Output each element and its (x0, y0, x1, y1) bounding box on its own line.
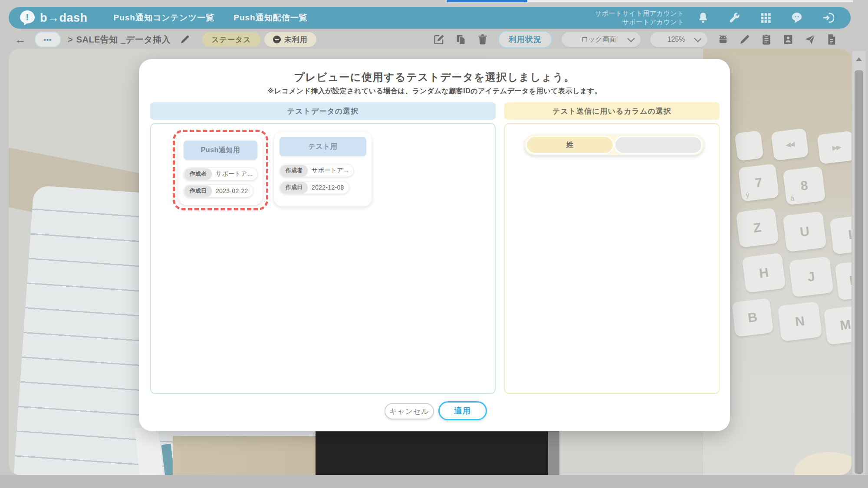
header-icon-group (697, 12, 839, 24)
status-value-text: 未利用 (284, 35, 308, 45)
zoom-level-value: 125% (657, 36, 695, 43)
keyboard-key-photo: N (777, 301, 822, 342)
modal-subtitle: ※レコメンド挿入が設定されている場合は、ランダムな顧客IDのアイテムデータを用い… (139, 87, 730, 96)
keyboard-key-photo: J (789, 256, 834, 298)
author-value: サポートア... (308, 165, 353, 176)
account-line2: サポートアカウント (595, 18, 684, 26)
trash-icon[interactable] (477, 33, 489, 46)
chat-mascot-icon[interactable] (791, 12, 803, 24)
author-label: 作成者 (280, 165, 308, 176)
column-panel-header: テスト送信に用いるカラムの選択 (504, 102, 720, 120)
test-data-panel: Push通知用 作成者 サポートア... 作成日 2023-02-22 テスト用 (150, 123, 496, 394)
header-right: サポートサイト用アカウント サポートアカウント (595, 9, 839, 27)
column-option-selected[interactable]: 姓 (526, 136, 614, 154)
logo-exclamation: ! (26, 12, 29, 23)
keyboard-key-photo: 8ä (783, 166, 825, 205)
header-nav: Push通知コンテンツ一覧 Push通知配信一覧 (114, 12, 308, 23)
app-header: ! b→dash Push通知コンテンツ一覧 Push通知配信一覧 サポートサイ… (9, 7, 851, 29)
clipboard-icon[interactable] (760, 33, 773, 46)
photo-phone-bezel (548, 431, 559, 475)
keyboard-key-photo: I (829, 215, 852, 255)
photo-wood-bottom (173, 436, 317, 475)
status-badge: ステータス (202, 32, 261, 47)
scrollbar-up-arrow[interactable] (856, 57, 862, 61)
edit-title-pencil-icon[interactable] (179, 34, 191, 45)
date-value: 2022-12-08 (308, 182, 349, 193)
card-title: Push通知用 (184, 141, 257, 160)
keyboard-key-photo: B (731, 298, 773, 337)
photo-page-edge (135, 426, 163, 475)
id-card-icon[interactable] (782, 33, 794, 46)
column-option-empty[interactable] (614, 136, 703, 154)
logo-wordmark: b→dash (40, 11, 88, 25)
date-label: 作成日 (184, 185, 212, 197)
account-line1: サポートサイト用アカウント (595, 9, 684, 18)
card-date-row: 作成日 2022-12-08 (279, 181, 349, 194)
bell-icon[interactable] (697, 12, 709, 24)
apply-button[interactable]: 適用 (438, 401, 487, 420)
breadcrumb: SALE告知 _データ挿入 (76, 34, 171, 46)
card-date-row: 作成日 2023-02-22 (184, 184, 253, 197)
modal-title: プレビューに使用するテストデータを選択しましょう。 (139, 70, 730, 84)
test-data-card-test[interactable]: テスト用 作成者 サポートア... 作成日 2022-12-08 (274, 132, 372, 206)
document-icon[interactable] (825, 33, 838, 46)
author-value: サポートア... (212, 168, 257, 180)
keyboard-key-photo: H (742, 253, 786, 293)
card-meta: 作成者 サポートア... 作成日 2022-12-08 (279, 164, 366, 194)
keyboard-key-photo: ◀◀ (771, 128, 809, 160)
chevron-down-icon (628, 35, 635, 43)
nav-push-content-list[interactable]: Push通知コンテンツ一覧 (114, 12, 215, 23)
keyboard-key-photo: ▶▶ (817, 131, 852, 164)
chevron-down-icon (694, 35, 702, 43)
logout-icon[interactable] (822, 12, 834, 24)
card-title: テスト用 (279, 137, 366, 156)
android-icon[interactable] (717, 33, 729, 46)
date-value: 2023-02-22 (212, 186, 253, 196)
test-data-panel-header: テストデータの選択 (150, 102, 496, 120)
column-panel: 姓 (504, 123, 720, 394)
lock-screen-label: ロック画面 (569, 35, 628, 44)
wrench-icon[interactable] (728, 12, 740, 24)
usage-status-button[interactable]: 利用状況 (498, 31, 552, 48)
card-meta: 作成者 サポートア... 作成日 2023-02-22 (184, 167, 257, 197)
keyboard-key-photo: U (783, 211, 827, 252)
back-button[interactable]: ← (15, 33, 26, 46)
test-data-card-push[interactable]: Push通知用 作成者 サポートア... 作成日 2023-02-22 (178, 135, 263, 205)
copy-icon[interactable] (455, 33, 467, 46)
zoom-level-dropdown[interactable]: 125% (650, 32, 707, 47)
status-value-badge: 未利用 (264, 32, 316, 47)
card-author-row: 作成者 サポートア... (184, 167, 258, 180)
keyboard-key-photo: M (823, 305, 852, 345)
minus-circle-icon (273, 36, 281, 43)
breadcrumb-separator: > (68, 35, 73, 45)
bdash-logo[interactable]: ! b→dash (20, 10, 88, 25)
bdash-logo-icon: ! (20, 10, 36, 25)
test-data-modal: プレビューに使用するテストデータを選択しましょう。 ※レコメンド挿入が設定されて… (139, 59, 730, 431)
browser-top-strip (527, 0, 853, 2)
nav-push-delivery-list[interactable]: Push通知配信一覧 (233, 12, 307, 23)
cancel-button[interactable]: キャンセル (385, 403, 434, 419)
bottom-bar (0, 475, 868, 488)
sub-toolbar: ← ••• > SALE告知 _データ挿入 ステータス 未利用 利用状況 ロック… (9, 29, 851, 49)
breadcrumb-ellipsis-button[interactable]: ••• (35, 32, 61, 47)
edit-square-icon[interactable] (433, 33, 445, 46)
paper-plane-icon[interactable] (804, 33, 816, 46)
toolbar-right-group: 利用状況 ロック画面 125% (433, 31, 851, 48)
pencil-icon[interactable] (739, 33, 751, 46)
test-data-card-selected-outline[interactable]: Push通知用 作成者 サポートア... 作成日 2023-02-22 (173, 130, 268, 210)
lock-screen-dropdown[interactable]: ロック画面 (562, 32, 641, 47)
card-author-row: 作成者 サポートア... (279, 164, 354, 177)
vertical-scrollbar[interactable] (852, 51, 865, 475)
account-info[interactable]: サポートサイト用アカウント サポートアカウント (595, 9, 684, 27)
grid-icon[interactable] (760, 12, 772, 24)
photo-phone (316, 431, 548, 475)
column-segmented-control: 姓 (524, 134, 704, 155)
date-label: 作成日 (280, 182, 308, 193)
keyboard-key-photo: 7ý (738, 164, 779, 202)
keyboard-key-photo: Z (736, 208, 779, 248)
author-label: 作成者 (184, 168, 212, 180)
browser-progress-segment (447, 0, 527, 2)
keyboard-key-photo (734, 131, 763, 161)
scrollbar-thumb[interactable] (855, 70, 863, 474)
